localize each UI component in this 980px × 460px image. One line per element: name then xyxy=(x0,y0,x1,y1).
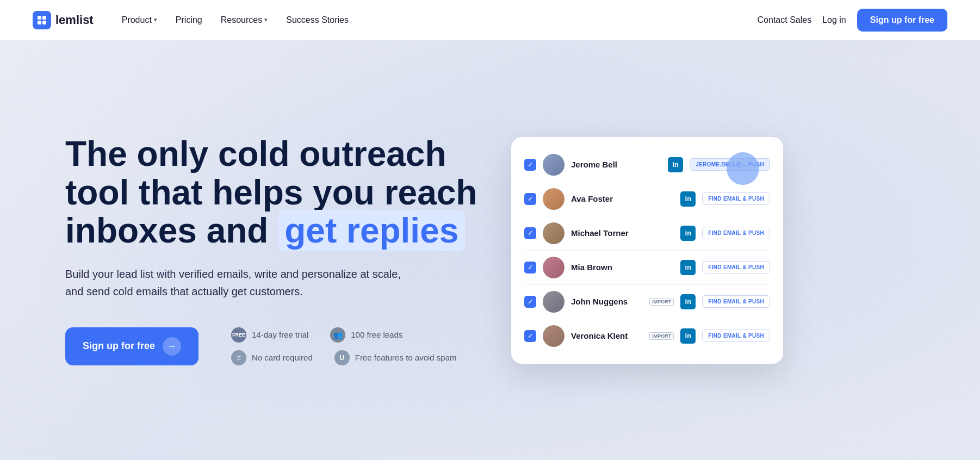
nav-links: Product ▾ Pricing Resources ▾ Success St… xyxy=(115,12,355,28)
no-card-icon: ≡ xyxy=(231,350,246,365)
hero-section: The only cold outreach tool that helps y… xyxy=(0,40,980,460)
hero-signup-button[interactable]: Sign up for free → xyxy=(65,327,199,365)
badge-free-leads: 👥 100 free leads xyxy=(330,327,402,343)
linkedin-icon[interactable]: in xyxy=(680,226,696,241)
free-trial-icon: FREE xyxy=(231,327,246,343)
badge-row-2: ≡ No card required U Free features to av… xyxy=(231,350,457,365)
contact-row: ✓ Mia Brown in FIND EMAIL & PUSH xyxy=(524,251,770,285)
hero-title: The only cold outreach tool that helps y… xyxy=(65,135,479,250)
login-button[interactable]: Log in xyxy=(822,15,846,25)
product-chevron-icon: ▾ xyxy=(154,16,157,23)
contact-checkbox[interactable]: ✓ xyxy=(524,330,536,342)
logo[interactable]: lemlist xyxy=(33,11,94,29)
contact-row: ✓ Michael Torner in FIND EMAIL & PUSH xyxy=(524,216,770,251)
hero-highlight: get replies xyxy=(278,210,465,251)
contact-name: Mia Brown xyxy=(571,263,674,272)
hero-cta: Sign up for free → FREE 14-day free tria… xyxy=(65,327,479,365)
svg-rect-2 xyxy=(38,21,41,24)
badge-no-card: ≡ No card required xyxy=(231,350,313,365)
import-badge: IMPORT xyxy=(649,298,674,306)
contact-row: ✓ Ava Foster in FIND EMAIL & PUSH xyxy=(524,182,770,216)
svg-rect-1 xyxy=(42,16,46,20)
contact-sales-link[interactable]: Contact Sales xyxy=(758,15,812,25)
contact-name: Michael Torner xyxy=(571,228,674,238)
nav-left: lemlist Product ▾ Pricing Resources ▾ Su… xyxy=(33,11,355,29)
hero-content: The only cold outreach tool that helps y… xyxy=(65,135,479,365)
contact-checkbox[interactable]: ✓ xyxy=(524,227,536,239)
bubble-overlay xyxy=(727,152,759,185)
nav-resources[interactable]: Resources ▾ xyxy=(214,12,274,28)
trust-badges: FREE 14-day free trial 👥 100 free leads … xyxy=(231,327,457,365)
avatar xyxy=(543,257,565,278)
avoid-spam-icon: U xyxy=(334,350,350,365)
logo-text: lemlist xyxy=(55,13,94,27)
contact-action-button[interactable]: FIND EMAIL & PUSH xyxy=(702,330,770,342)
nav-success-stories[interactable]: Success Stories xyxy=(280,12,355,28)
contact-checkbox[interactable]: ✓ xyxy=(524,159,536,171)
contact-action-button[interactable]: FIND EMAIL & PUSH xyxy=(702,261,770,273)
avatar xyxy=(543,325,565,347)
linkedin-icon[interactable]: in xyxy=(680,260,696,275)
logo-icon xyxy=(33,11,51,29)
avatar xyxy=(543,291,565,313)
contact-action-button[interactable]: FIND EMAIL & PUSH xyxy=(702,227,770,239)
free-leads-icon: 👥 xyxy=(330,327,345,343)
linkedin-icon[interactable]: in xyxy=(668,157,683,172)
avatar xyxy=(543,222,565,244)
contact-checkbox[interactable]: ✓ xyxy=(524,296,536,308)
contact-checkbox[interactable]: ✓ xyxy=(524,193,536,205)
nav-pricing[interactable]: Pricing xyxy=(169,12,209,28)
avatar xyxy=(543,154,565,176)
contact-name: Jerome Bell xyxy=(571,160,661,169)
linkedin-icon[interactable]: in xyxy=(680,294,696,309)
contact-action-button[interactable]: FIND EMAIL & PUSH xyxy=(702,295,770,308)
resources-chevron-icon: ▾ xyxy=(264,16,268,23)
hero-subtitle: Build your lead list with verified email… xyxy=(65,265,402,300)
contacts-widget: ✓ Jerome Bell in jerome.bell@... PUSH ✓ … xyxy=(511,137,783,364)
svg-rect-0 xyxy=(38,16,41,20)
contact-row: ✓ John Nuggens IMPORT in FIND EMAIL & PU… xyxy=(524,285,770,319)
badge-row-1: FREE 14-day free trial 👥 100 free leads xyxy=(231,327,457,343)
contact-row: ✓ Veronica Klent IMPORT in FIND EMAIL & … xyxy=(524,319,770,353)
cta-arrow-icon: → xyxy=(163,337,181,356)
contact-name: Veronica Klent xyxy=(571,331,640,340)
svg-rect-3 xyxy=(42,21,46,24)
contact-row: ✓ Jerome Bell in jerome.bell@... PUSH xyxy=(524,148,770,182)
contact-name: John Nuggens xyxy=(571,297,640,306)
contact-action-button[interactable]: FIND EMAIL & PUSH xyxy=(702,192,770,205)
import-badge: IMPORT xyxy=(649,332,674,340)
badge-avoid-spam: U Free features to avoid spam xyxy=(334,350,457,365)
nav-signup-button[interactable]: Sign up for free xyxy=(857,9,947,32)
avatar xyxy=(543,188,565,210)
nav-right: Contact Sales Log in Sign up for free xyxy=(758,9,947,32)
nav-product[interactable]: Product ▾ xyxy=(115,12,164,28)
contact-name: Ava Foster xyxy=(571,194,674,203)
navigation: lemlist Product ▾ Pricing Resources ▾ Su… xyxy=(0,0,980,40)
contact-checkbox[interactable]: ✓ xyxy=(524,262,536,273)
badge-free-trial: FREE 14-day free trial xyxy=(231,327,308,343)
linkedin-icon[interactable]: in xyxy=(680,328,696,344)
linkedin-icon[interactable]: in xyxy=(680,191,696,207)
